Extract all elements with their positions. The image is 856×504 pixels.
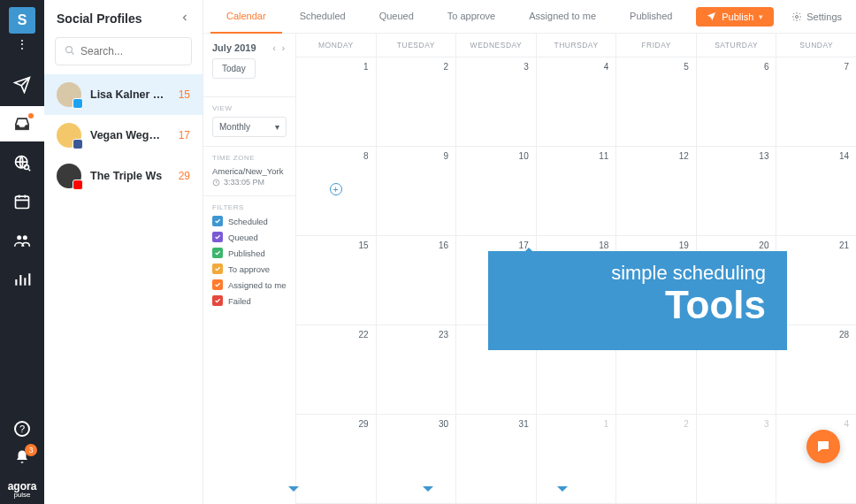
- publish-button[interactable]: Publish ▾: [696, 7, 774, 27]
- clock-icon: [212, 179, 220, 187]
- calendar-day[interactable]: 4: [537, 57, 617, 146]
- checkbox-icon: [212, 248, 223, 258]
- day-number: 27: [704, 330, 769, 340]
- filter-toggle[interactable]: Scheduled: [212, 216, 287, 226]
- profile-item[interactable]: The Triple Ws 29: [44, 156, 203, 196]
- filter-toggle[interactable]: Published: [212, 248, 287, 258]
- profiles-search[interactable]: [55, 37, 192, 65]
- day-header: MONDAY: [296, 34, 377, 57]
- today-button[interactable]: Today: [212, 58, 256, 79]
- search-input[interactable]: [80, 45, 182, 57]
- calendar-day[interactable]: 5: [616, 57, 697, 146]
- chevron-down-icon: ▾: [759, 12, 763, 21]
- rail-item-calendar[interactable]: [0, 184, 44, 219]
- calendar-day[interactable]: 28: [776, 325, 856, 414]
- day-number: 12: [623, 151, 689, 161]
- day-number: 19: [623, 241, 689, 250]
- profile-name: The Triple Ws: [90, 170, 170, 182]
- tab-calendar[interactable]: Calendar: [210, 0, 282, 34]
- calendar-day[interactable]: 15: [296, 236, 377, 325]
- twitter-icon: [73, 98, 83, 109]
- calendar-day[interactable]: 9: [377, 147, 457, 235]
- calendar-day[interactable]: 13: [697, 147, 777, 235]
- rail-item-fans[interactable]: [0, 223, 44, 258]
- filter-label: Assigned to me: [228, 280, 286, 290]
- calendar-day[interactable]: 26: [616, 325, 697, 414]
- view-value: Monthly: [219, 122, 250, 132]
- calendar-day[interactable]: 23: [377, 325, 457, 414]
- calendar-day[interactable]: 22: [296, 325, 377, 414]
- rail-item-listening[interactable]: [0, 145, 44, 180]
- calendar-day[interactable]: 20: [697, 236, 777, 325]
- bar-chart-icon: [13, 271, 31, 288]
- tab-assigned[interactable]: Assigned to me: [513, 0, 612, 34]
- calendar-day[interactable]: 17: [456, 236, 537, 325]
- settings-button[interactable]: Settings: [784, 7, 849, 27]
- calendar-day[interactable]: 31: [456, 415, 537, 503]
- calendar-day[interactable]: 1: [296, 57, 377, 146]
- app-logo[interactable]: S: [9, 7, 35, 34]
- calendar-day[interactable]: 3: [697, 415, 777, 503]
- calendar-day[interactable]: 24: [456, 325, 537, 414]
- calendar-day[interactable]: 29: [296, 415, 377, 503]
- profile-count: 17: [179, 129, 190, 141]
- tab-published[interactable]: Published: [614, 0, 688, 34]
- calendar-day[interactable]: 16: [377, 236, 457, 325]
- help-button[interactable]: ?: [14, 421, 30, 437]
- day-number: 2: [623, 419, 689, 429]
- day-number: 1: [303, 62, 369, 72]
- calendar-day[interactable]: 10: [456, 147, 537, 235]
- calendar-day[interactable]: 21: [776, 236, 856, 325]
- filter-toggle[interactable]: Queued: [212, 232, 287, 242]
- notification-dot-icon: [28, 113, 34, 118]
- tab-scheduled[interactable]: Scheduled: [284, 0, 362, 34]
- calendar-day[interactable]: 11: [537, 147, 617, 235]
- calendar-day[interactable]: 12: [616, 147, 697, 235]
- calendar-day[interactable]: 2: [616, 415, 697, 503]
- avatar: [57, 123, 81, 148]
- filter-toggle[interactable]: Assigned to me: [212, 279, 287, 290]
- rail-item-publishing[interactable]: [0, 106, 44, 141]
- calendar-grid: MONDAYTUESDAYWEDNESDAYTHURSDAYFRIDAYSATU…: [296, 34, 856, 504]
- calendar-day[interactable]: 25: [537, 325, 617, 414]
- calendar-day[interactable]: 7: [776, 57, 856, 146]
- calendar-day[interactable]: 19: [616, 236, 697, 325]
- calendar-day[interactable]: 18: [537, 236, 617, 325]
- rail-item-reports[interactable]: [0, 262, 44, 297]
- day-number: 24: [463, 330, 529, 340]
- calendar-day[interactable]: 8+: [296, 147, 377, 235]
- profile-item[interactable]: Vegan Weg… 17: [44, 115, 203, 156]
- calendar-sidebar: July 2019 ‹ › Today VIEW Monthly ▾ TIME …: [203, 34, 296, 504]
- calendar-day[interactable]: 30: [377, 415, 457, 503]
- next-month-button[interactable]: ›: [280, 43, 287, 53]
- add-post-button[interactable]: +: [330, 183, 342, 195]
- svg-point-5: [66, 47, 73, 53]
- day-number: 17: [463, 241, 529, 250]
- chat-launcher[interactable]: [806, 430, 840, 463]
- calendar-day[interactable]: 27: [697, 325, 777, 414]
- calendar-day[interactable]: 6: [697, 57, 777, 146]
- app-menu-icon[interactable]: ⋮: [16, 37, 28, 51]
- svg-point-1: [25, 165, 29, 170]
- calendar-day[interactable]: 14: [776, 147, 856, 235]
- filter-toggle[interactable]: To approve: [212, 263, 287, 274]
- rail-item-inbox[interactable]: [0, 67, 44, 103]
- profile-name: Vegan Weg…: [90, 129, 170, 141]
- tab-queued[interactable]: Queued: [363, 0, 430, 34]
- gear-icon[interactable]: [286, 167, 287, 175]
- calendar-day[interactable]: 2: [377, 57, 457, 146]
- collapse-panel-button[interactable]: [180, 11, 190, 27]
- month-label: July 2019: [212, 42, 256, 53]
- calendar-day[interactable]: 3: [456, 57, 537, 146]
- prev-month-button[interactable]: ‹: [271, 43, 278, 53]
- filter-toggle[interactable]: Failed: [212, 295, 287, 306]
- view-select[interactable]: Monthly ▾: [212, 117, 287, 137]
- calendar-day[interactable]: 1: [537, 415, 617, 503]
- day-number: 1: [544, 419, 609, 429]
- checkbox-icon: [212, 232, 223, 242]
- notifications-button[interactable]: 3: [14, 449, 30, 469]
- profile-item[interactable]: Lisa Kalner … 15: [44, 74, 203, 115]
- tab-to-approve[interactable]: To approve: [432, 0, 511, 34]
- day-number: 5: [623, 62, 689, 72]
- filter-label: Scheduled: [228, 217, 268, 226]
